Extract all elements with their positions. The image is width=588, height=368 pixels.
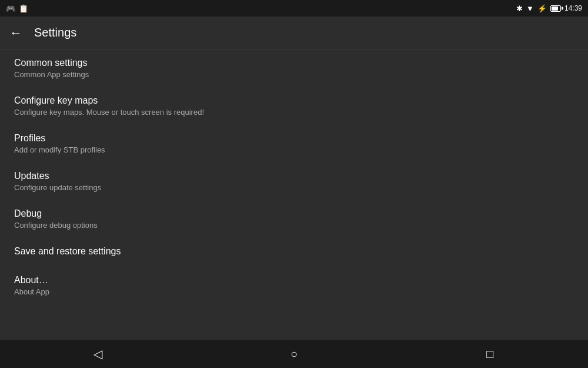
settings-item-title-profiles: Profiles — [14, 133, 574, 144]
settings-item-title-updates: Updates — [14, 171, 574, 181]
settings-item-keymaps[interactable]: Configure key maps Configure key maps. M… — [0, 87, 588, 125]
wifi-icon: ▼ — [526, 4, 534, 13]
status-time: 14:39 — [564, 4, 582, 12]
settings-item-title-debug: Debug — [14, 208, 574, 219]
nav-recents-button[interactable]: □ — [466, 340, 513, 368]
nav-bar: ◁ ○ □ — [0, 340, 588, 368]
settings-item-debug[interactable]: Debug Configure debug options — [0, 200, 588, 238]
charging-icon: ⚡ — [537, 4, 547, 13]
app-icon-2: 📋 — [19, 4, 28, 13]
settings-item-title-save-restore: Save and restore settings — [14, 246, 574, 257]
settings-item-subtitle-keymaps: Configure key maps. Mouse or touch scree… — [14, 108, 574, 117]
nav-home-button[interactable]: ○ — [270, 340, 318, 368]
nav-back-button[interactable]: ◁ — [75, 340, 122, 368]
battery-icon — [550, 5, 561, 12]
status-bar: 🎮 📋 ✱ ▼ ⚡ 14:39 — [0, 0, 588, 16]
back-button[interactable]: ← — [9, 25, 22, 41]
settings-item-subtitle-common: Common App settings — [14, 70, 574, 79]
settings-item-profiles[interactable]: Profiles Add or modify STB profiles — [0, 125, 588, 163]
page-title: Settings — [34, 26, 76, 39]
settings-item-common[interactable]: Common settings Common App settings — [0, 49, 588, 87]
settings-item-save-restore[interactable]: Save and restore settings — [0, 238, 588, 267]
settings-item-title-common: Common settings — [14, 58, 574, 68]
settings-item-subtitle-about: About App — [14, 287, 574, 296]
settings-item-title-about: About… — [14, 275, 574, 286]
bluetooth-icon: ✱ — [516, 4, 523, 13]
settings-item-subtitle-debug: Configure debug options — [14, 221, 574, 230]
status-bar-left: 🎮 📋 — [6, 4, 28, 13]
settings-list: Common settings Common App settings Conf… — [0, 49, 588, 340]
app-bar: ← Settings — [0, 16, 588, 49]
settings-item-subtitle-profiles: Add or modify STB profiles — [14, 145, 574, 154]
settings-item-updates[interactable]: Updates Configure update settings — [0, 163, 588, 200]
app-icon-1: 🎮 — [6, 4, 15, 13]
settings-item-about[interactable]: About… About App — [0, 267, 588, 304]
settings-item-subtitle-updates: Configure update settings — [14, 183, 574, 192]
settings-item-title-keymaps: Configure key maps — [14, 95, 574, 106]
status-bar-right: ✱ ▼ ⚡ 14:39 — [516, 4, 582, 13]
